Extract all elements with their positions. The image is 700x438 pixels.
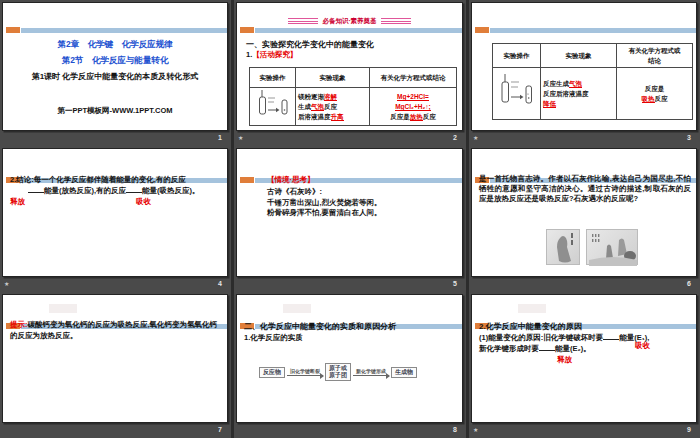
col-header-observation: 实验现象: [296, 68, 370, 88]
cause-paragraph: (1)能量变化的原因:旧化学键破坏时要能量(E₁), 新化学键形成时要能量(E₂…: [479, 332, 692, 354]
slide-number: 3: [687, 134, 691, 141]
text-segment: 反应生成: [543, 80, 569, 87]
animation-indicator-icon: ★: [473, 135, 478, 141]
hint-tag: 提示:: [10, 320, 28, 329]
conclusion-line: 反应是: [619, 84, 690, 94]
animation-indicator-icon: ★: [4, 281, 9, 287]
answer-text: 释放: [10, 197, 25, 207]
badge-stripe-right-icon: [381, 18, 411, 24]
operation-cell: [250, 88, 296, 126]
activity-tag: 【活动探究】: [252, 50, 297, 59]
template-footer: 第一PPT模板网-WWW.1PPT.COM: [3, 106, 227, 116]
equation-line-1: Mg+2HCl=: [397, 93, 429, 101]
conclusion-cell: Mg+2HCl= MgCl₂+H₂↑; 反应是放热反应: [370, 88, 457, 126]
accent-orange-bar: [240, 177, 254, 183]
fill-blank: [539, 344, 555, 351]
activity-subheading: 1.【活动探究】: [246, 50, 297, 60]
answer-text: 吸热: [642, 95, 655, 103]
poem-title: 古诗《石灰吟》:: [267, 187, 322, 196]
text-segment: 反应: [423, 113, 436, 120]
conclusion-line: 反应是放热反应: [372, 112, 454, 122]
answer-text: 吸收: [635, 341, 650, 351]
faded-header-artifact: [283, 304, 311, 313]
section-title: 第2节 化学反应与能量转化: [3, 55, 227, 67]
sub-heading: 1.化学反应的实质: [244, 333, 303, 343]
text-segment: 能量(E₂)。: [555, 344, 591, 353]
slide-thumbnail-9[interactable]: 2.化学反应中能量变化的原因 (1)能量变化的原因:旧化学键破坏时要能量(E₁)…: [471, 294, 697, 423]
text-segment: 反应是: [390, 113, 410, 120]
observation-line: 后溶液温度升高: [298, 112, 367, 122]
topic-heading: 一、实验探究化学变化中的能量变化: [246, 39, 374, 50]
flow-box-atoms: 原子或 原子团: [325, 363, 351, 381]
animation-indicator-icon: ★: [238, 135, 243, 141]
experiment-setup-icon: [253, 89, 293, 121]
accent-orange-bar: [240, 27, 254, 33]
analysis-paragraph: 是一首托物言志诗。作者以石灰作比喻,表达自己为国尽忠,不怕牺牲的意愿和坚守高洁的…: [479, 174, 691, 204]
slide-thumbnail-1[interactable]: 第2章 化学键 化学反应规律 第2节 化学反应与能量转化 第1课时 化学反应中能…: [2, 2, 228, 131]
chapter-title: 第2章 化学键 化学反应规律: [3, 39, 227, 51]
observation-line: 镁粉逐渐溶解: [298, 92, 367, 102]
flow-arrow-group: 旧化学键断裂: [287, 368, 323, 376]
slide-thumbnail-6[interactable]: 是一首托物言志诗。作者以石灰作比喻,表达自己为国尽忠,不怕牺牲的意愿和坚守高洁的…: [471, 148, 697, 277]
slide-thumbnail-7[interactable]: 提示:碳酸钙变为氧化钙的反应为吸热反应,氧化钙变为氢氧化钙的反应为放热反应。: [2, 294, 228, 423]
slide-cell-2: 必备知识·素养奠基 一、实验探究化学变化中的能量变化 1.【活动探究】 实验操作…: [234, 0, 466, 146]
faded-header-artifact: [518, 304, 546, 313]
slide-thumbnail-8[interactable]: 二、化学反应中能量变化的实质和原因分析 1.化学反应的实质 反应物 旧化学键断裂…: [236, 294, 463, 423]
slide-thumbnail-2[interactable]: 必备知识·素养奠基 一、实验探究化学变化中的能量变化 1.【活动探究】 实验操作…: [236, 2, 463, 131]
header-blue-bar: [255, 28, 462, 33]
slide-cell-3: 实验操作 实验现象 有关化学方程式或 结论: [469, 0, 700, 146]
slide-cell-6: 是一首托物言志诗。作者以石灰作比喻,表达自己为国尽忠,不怕牺牲的意愿和坚守高洁的…: [469, 146, 700, 292]
lime-kiln-scene-image: [586, 229, 638, 265]
slide-7-strip: 7: [0, 423, 231, 436]
text-segment: 反应是: [645, 85, 665, 92]
accent-orange-bar: [475, 27, 489, 33]
text-segment: 反应: [655, 95, 668, 102]
slide-5-strip: 5: [234, 277, 466, 290]
faded-header-artifact: [49, 304, 77, 313]
slide-thumbnail-5[interactable]: 【情境·思考】 古诗《石灰吟》: 千锤万凿出深山,烈火焚烧若等闲。 粉骨碎身浑不…: [236, 148, 463, 277]
conclusion-line: 吸热反应: [619, 94, 690, 104]
observation-line: 降低: [543, 99, 614, 109]
slide-number: 4: [218, 280, 222, 287]
text-segment: 能量(放热反应),有的反应: [44, 186, 126, 195]
answer-text: 吸收: [136, 197, 151, 207]
topic-heading: 2.化学反应中能量变化的原因: [479, 321, 582, 332]
slide-thumbnail-4[interactable]: 2.结论:每一个化学反应都伴随着能量的变化,有的反应 能量(放热反应),有的反应…: [2, 148, 228, 277]
observation-cell: 镁粉逐渐溶解 生成气泡反应 后溶液温度升高: [296, 88, 370, 126]
answer-text: 气泡: [569, 80, 582, 88]
text-segment: 镁粉逐渐: [298, 93, 324, 100]
flow-box-reactants: 反应物: [259, 367, 285, 378]
poem-block: 古诗《石灰吟》: 千锤万凿出深山,烈火焚烧若等闲。 粉骨碎身浑不怕,要留清白在人…: [267, 187, 382, 219]
slide-number: 6: [687, 280, 691, 287]
robed-figure-icon: [547, 230, 581, 266]
slide-thumbnail-3[interactable]: 实验操作 实验现象 有关化学方程式或 结论: [471, 2, 697, 131]
answer-text: 气泡: [311, 103, 324, 111]
answer-text: 降低: [543, 100, 556, 108]
flow-box-products: 生成物: [391, 367, 417, 378]
col-header-observation: 实验现象: [541, 44, 617, 68]
slide-4-strip: ★ 4: [0, 277, 231, 290]
text-segment: 反应后溶液温度: [543, 90, 589, 97]
slide-number: 1: [218, 134, 222, 141]
slide-9-strip: ★ 9: [469, 423, 700, 436]
observation-line: 生成气泡反应: [298, 102, 367, 112]
fill-blank: [28, 186, 44, 193]
slide-number: 9: [687, 426, 691, 433]
slide-sorter-grid: 第2章 化学键 化学反应规律 第2节 化学反应与能量转化 第1课时 化学反应中能…: [0, 0, 700, 438]
slide-cell-9: 2.化学反应中能量变化的原因 (1)能量变化的原因:旧化学键破坏时要能量(E₁)…: [469, 292, 700, 438]
arrow-label: 旧化学键断裂: [290, 368, 320, 374]
text-segment: 原子团: [329, 372, 347, 379]
text-segment: 有关化学方程式或: [629, 47, 681, 54]
text-segment: 反应: [324, 103, 337, 110]
text-segment: 2.结论:每一个化学反应都伴随着能量的变化,有的反应: [10, 175, 186, 184]
text-segment: (1)能量变化的原因:旧化学键破坏时要: [479, 333, 603, 342]
equation-line-2: MgCl₂+H₂↑;: [395, 103, 431, 111]
slide-cell-5: 【情境·思考】 古诗《石灰吟》: 千锤万凿出深山,烈火焚烧若等闲。 粉骨碎身浑不…: [234, 146, 466, 292]
lesson-title: 第1课时 化学反应中能量变化的本质及转化形式: [3, 71, 227, 82]
slide-number: 2: [453, 134, 457, 141]
text-segment: 碳酸钙变为氧化钙的反应为吸热反应,氧化钙变为氢氧化钙的反应为放热反应。: [10, 320, 217, 340]
poem-line: 粉骨碎身浑不怕,要留清白在人间。: [267, 208, 382, 217]
slide-1-strip: 1: [0, 131, 231, 144]
text-segment: 结论: [648, 57, 661, 64]
fill-blank: [126, 186, 142, 193]
